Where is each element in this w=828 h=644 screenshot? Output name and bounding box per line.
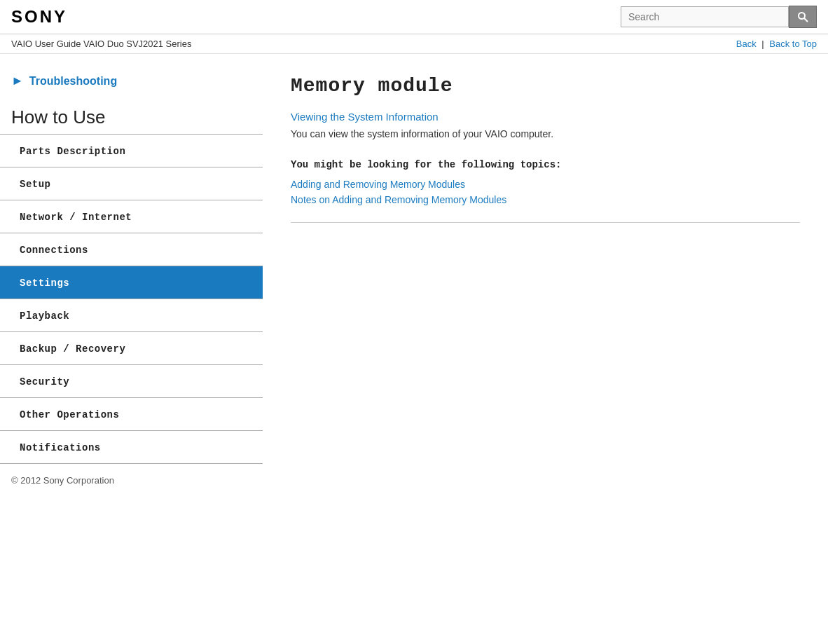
sidebar-item-security[interactable]: Security — [0, 365, 263, 398]
sidebar-item-setup[interactable]: Setup — [0, 167, 263, 200]
topic-link-adding[interactable]: Adding and Removing Memory Modules — [291, 179, 800, 190]
content-divider — [291, 222, 800, 223]
sidebar-item-other-operations[interactable]: Other Operations — [0, 398, 263, 431]
viewing-system-info-link[interactable]: Viewing the System Information — [291, 111, 800, 123]
content-area: Memory module Viewing the System Informa… — [263, 54, 828, 629]
viewing-description: You can view the system information of y… — [291, 128, 800, 139]
svg-point-0 — [799, 13, 805, 19]
sidebar-item-network-internet[interactable]: Network / Internet — [0, 200, 263, 233]
topic-link-notes[interactable]: Notes on Adding and Removing Memory Modu… — [291, 194, 800, 205]
search-icon — [797, 11, 808, 22]
main-layout: ► Troubleshooting How to Use Parts Descr… — [0, 54, 828, 629]
logo-text: SONY — [11, 7, 67, 26]
sidebar: ► Troubleshooting How to Use Parts Descr… — [0, 54, 263, 629]
sidebar-item-backup-recovery[interactable]: Backup / Recovery — [0, 332, 263, 365]
page-title: Memory module — [291, 75, 800, 97]
sidebar-item-connections[interactable]: Connections — [0, 233, 263, 266]
sidebar-item-parts-description[interactable]: Parts Description — [0, 135, 263, 167]
search-area — [621, 6, 817, 28]
guide-title: VAIO User Guide VAIO Duo SVJ2021 Series — [11, 39, 191, 49]
troubleshooting-link[interactable]: ► Troubleshooting — [0, 68, 263, 100]
copyright-text: © 2012 Sony Corporation — [11, 475, 114, 486]
back-to-top-link[interactable]: Back to Top — [769, 39, 817, 49]
troubleshooting-label: Troubleshooting — [29, 75, 117, 88]
breadcrumb-bar: VAIO User Guide VAIO Duo SVJ2021 Series … — [0, 34, 828, 54]
looking-for-label: You might be looking for the following t… — [291, 159, 800, 170]
header: SONY — [0, 0, 828, 34]
back-link[interactable]: Back — [736, 39, 757, 49]
sidebar-item-settings[interactable]: Settings — [0, 266, 263, 299]
how-to-use-title: How to Use — [0, 100, 263, 135]
search-button[interactable] — [789, 6, 817, 28]
sidebar-item-notifications[interactable]: Notifications — [0, 431, 263, 464]
footer: © 2012 Sony Corporation — [0, 464, 263, 497]
search-input[interactable] — [621, 6, 789, 27]
sidebar-item-playback[interactable]: Playback — [0, 299, 263, 332]
nav-links: Back | Back to Top — [736, 39, 817, 49]
svg-line-1 — [804, 18, 808, 22]
nav-separator: | — [761, 39, 764, 49]
sony-logo: SONY — [11, 7, 67, 27]
troubleshooting-arrow-icon: ► — [11, 74, 24, 88]
